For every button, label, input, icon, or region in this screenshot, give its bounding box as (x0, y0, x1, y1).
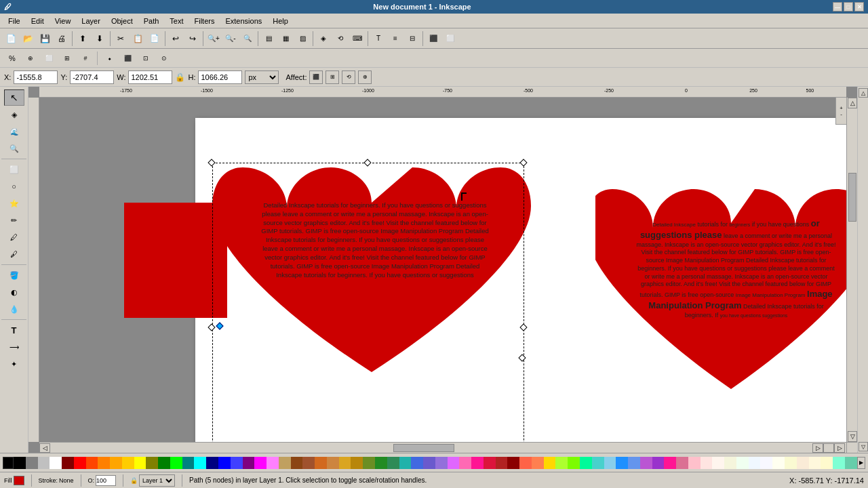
color-swatch[interactable] (206, 457, 218, 469)
zoom-out-button[interactable]: 🔍- (222, 30, 239, 47)
color-swatch[interactable] (592, 457, 604, 469)
color-swatch[interactable] (302, 457, 315, 469)
import-button[interactable]: ⬆ (75, 30, 91, 47)
color-swatch[interactable] (267, 457, 279, 469)
color-none[interactable] (3, 457, 14, 469)
color-swatch[interactable] (568, 457, 580, 469)
zoom-in-button[interactable]: 🔍+ (205, 30, 222, 47)
menu-item-extensions[interactable]: Extensions (220, 16, 267, 26)
color-swatch[interactable] (701, 457, 713, 469)
color-swatch[interactable] (194, 457, 206, 469)
color-swatch[interactable] (652, 457, 665, 469)
color-swatch[interactable] (399, 457, 412, 469)
menu-item-filters[interactable]: Filters (189, 16, 220, 26)
color-swatch[interactable] (459, 457, 471, 469)
color-swatch[interactable] (760, 457, 772, 469)
scroll-left-btn[interactable]: ◁ (39, 443, 50, 453)
lock-icon[interactable]: 🔒 (175, 73, 185, 82)
transform-button[interactable]: ⟲ (332, 30, 349, 47)
undo-button[interactable]: ↩ (167, 30, 184, 47)
tweak-tool[interactable]: 🌊 (4, 123, 24, 140)
calligraphy-tool[interactable]: 🖋 (4, 246, 24, 262)
new-button[interactable]: 📄 (3, 30, 19, 47)
canvas-area[interactable]: -1750 -1500 -1250 -1000 -750 -500 -250 0… (28, 87, 857, 453)
save-button[interactable]: 💾 (37, 30, 53, 47)
scroll-thumb-h[interactable] (393, 444, 454, 452)
align-button[interactable]: ▤ (260, 30, 277, 47)
snap-grid[interactable]: # (77, 51, 94, 66)
close-button[interactable]: ✕ (854, 2, 864, 12)
color-swatch[interactable] (628, 457, 640, 469)
stroke-btn[interactable]: ⬜ (442, 30, 458, 47)
flow-btn[interactable]: ≡ (387, 30, 403, 47)
connector-tool[interactable]: ⟶ (4, 339, 24, 355)
color-swatch[interactable] (291, 457, 303, 469)
color-swatch[interactable] (676, 457, 688, 469)
color-swatch[interactable] (785, 457, 797, 469)
color-swatch[interactable] (38, 457, 50, 469)
x-input[interactable] (14, 70, 58, 84)
text-tool[interactable]: T (4, 322, 24, 338)
fill-btn[interactable]: ⬛ (425, 30, 441, 47)
right-btn2[interactable]: ▽ (859, 442, 868, 451)
flow2-btn[interactable]: ⊟ (404, 30, 420, 47)
fill-color-swatch[interactable] (14, 476, 24, 485)
color-swatch[interactable] (604, 457, 616, 469)
pen-tool[interactable]: 🖊 (4, 229, 24, 245)
color-swatch[interactable] (555, 457, 568, 469)
color-swatch[interactable] (507, 457, 519, 469)
color-swatch[interactable] (580, 457, 592, 469)
color-swatch[interactable] (170, 457, 182, 469)
menu-item-layer[interactable]: Layer (76, 16, 106, 26)
color-swatch[interactable] (833, 457, 845, 469)
color-swatch[interactable] (375, 457, 387, 469)
color-swatch[interactable] (544, 457, 556, 469)
zoom-fit-button[interactable]: 🔍 (239, 30, 256, 47)
zoom-tool[interactable]: 🔍 (4, 140, 24, 157)
scrollbar-vertical[interactable]: △ ▽ (846, 98, 857, 442)
scroll-extra2[interactable]: ▷ (834, 443, 845, 453)
xml-button[interactable]: ⌨ (349, 30, 366, 47)
color-swatch[interactable] (845, 457, 857, 469)
select-tool[interactable]: ↖ (4, 89, 24, 106)
palette-scroll-right[interactable]: ▶ (857, 457, 865, 469)
snap-centers[interactable]: ⊙ (156, 51, 172, 66)
snap-path[interactable]: ⊞ (59, 51, 75, 66)
y-input[interactable] (70, 70, 114, 84)
ungroup-button[interactable]: ▨ (294, 30, 311, 47)
color-swatch[interactable] (411, 457, 423, 469)
color-swatch[interactable] (664, 457, 676, 469)
color-swatch[interactable] (243, 457, 255, 469)
color-swatch[interactable] (484, 457, 496, 469)
scrollbar-horizontal[interactable]: ◁ ▷ ▷ (39, 442, 846, 453)
menu-item-edit[interactable]: Edit (26, 16, 50, 26)
text-tool-btn[interactable]: T (370, 30, 387, 47)
color-swatch[interactable] (772, 457, 785, 469)
affect-btn3[interactable]: ⟲ (342, 70, 355, 84)
menu-item-view[interactable]: View (50, 16, 77, 26)
color-swatch[interactable] (423, 457, 435, 469)
color-swatch[interactable] (339, 457, 351, 469)
paste-button[interactable]: 📄 (146, 30, 163, 47)
scroll-track-v[interactable] (848, 108, 857, 431)
redo-button[interactable]: ↪ (184, 30, 201, 47)
color-swatch[interactable] (351, 457, 363, 469)
snap-nodes[interactable]: ⊕ (22, 51, 39, 66)
color-swatch[interactable] (640, 457, 652, 469)
rect-tool[interactable]: ⬜ (4, 161, 24, 178)
menu-item-help[interactable]: Help (267, 16, 294, 26)
color-swatch[interactable] (809, 457, 821, 469)
color-swatch[interactable] (821, 457, 833, 469)
right-btn1[interactable]: △ (859, 88, 868, 98)
affect-btn4[interactable]: ⊕ (358, 70, 372, 84)
color-swatch[interactable] (519, 457, 532, 469)
color-swatch[interactable] (448, 457, 460, 469)
menu-item-text[interactable]: Text (164, 16, 189, 26)
snap-midpoints[interactable]: ⊡ (138, 51, 154, 66)
color-swatch[interactable] (749, 457, 761, 469)
snap-toggle[interactable]: % (4, 51, 20, 66)
print-button[interactable]: 🖨 (54, 30, 70, 47)
color-swatch[interactable] (122, 457, 134, 469)
group-button[interactable]: ▦ (277, 30, 294, 47)
scroll-down-btn[interactable]: ▽ (848, 431, 857, 442)
